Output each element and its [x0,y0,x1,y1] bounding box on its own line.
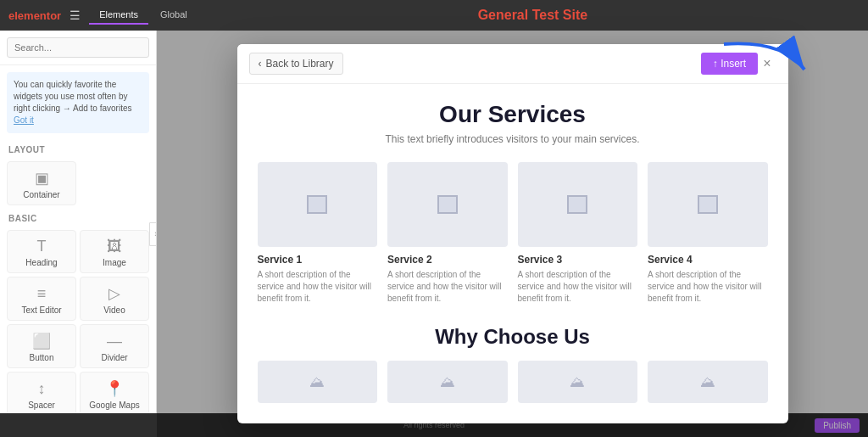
why-placeholder-icon-1: ⛰ [309,373,325,391]
text-editor-icon: ≡ [37,285,47,303]
sidebar-item-label: Text Editor [21,305,61,315]
search-input[interactable] [7,37,149,58]
modal-dialog: ‹ Back to Library ↑ Insert × Our Service… [237,44,788,423]
sidebar-item-label: Google Maps [89,401,139,410]
service-card-3: ⛰ Service 3 A short description of the s… [518,162,638,305]
sidebar-item-label: Video [103,305,125,315]
sidebar-item-image[interactable]: 🖼 Image [80,230,149,273]
service-card-name-3: Service 3 [518,254,638,266]
sidebar-search-area [0,31,156,65]
service-card-4: ⛰ Service 4 A short description of the s… [648,162,768,305]
image-placeholder-icon-3: ⛰ [569,195,586,215]
back-to-library-button[interactable]: ‹ Back to Library [249,53,343,75]
info-box-text: You can quickly favorite the widgets you… [14,80,132,113]
sidebar-item-label: Image [103,258,126,267]
service-card-image-3: ⛰ [518,162,638,247]
sidebar-item-label: Spacer [28,401,55,410]
service-card-image-1: ⛰ [258,162,378,247]
modal-topbar: ‹ Back to Library ↑ Insert × [237,44,788,84]
sidebar: You can quickly favorite the widgets you… [0,31,157,437]
sidebar-item-heading[interactable]: T Heading [7,230,76,273]
top-tabs: Elements Global [89,6,198,25]
spacer-icon: ↕ [38,380,46,398]
chevron-left-icon: ‹ [259,58,262,70]
service-card-image-2: ⛰ [387,162,508,247]
blue-arrow [715,36,817,90]
hamburger-icon[interactable]: ☰ [70,8,81,22]
why-card-2: ⛰ [387,361,508,403]
service-card-name-2: Service 2 [387,254,508,266]
info-box-link[interactable]: Got it [14,115,34,125]
service-card-desc-3: A short description of the service and h… [518,269,638,305]
sidebar-item-container[interactable]: ▣ Container [7,161,76,205]
image-icon: 🖼 [107,238,122,255]
sidebar-item-google-maps[interactable]: 📍 Google Maps [80,372,149,416]
sidebar-item-button[interactable]: ⬜ Button [7,324,76,368]
modal-overlay: ‹ Back to Library ↑ Insert × Our Service… [157,31,868,437]
sidebar-item-label: Button [30,353,54,362]
section-subtitle: This text briefly introduces visitors to… [258,133,768,145]
service-card-name-4: Service 4 [648,254,768,266]
sidebar-item-label: Divider [101,353,127,362]
why-choose-us-section: Why Choose Us ⛰ ⛰ ⛰ ⛰ [258,325,768,403]
sidebar-basic-grid: T Heading 🖼 Image ≡ Text Editor ▷ Video … [0,227,156,437]
section-title: Our Services [258,101,768,128]
service-card-desc-2: A short description of the service and h… [387,269,508,305]
sidebar-toggle[interactable]: › [149,222,157,246]
service-card-desc-1: A short description of the service and h… [258,269,378,305]
divider-icon: — [107,333,122,350]
google-maps-icon: 📍 [105,379,124,398]
editor-background: elementor ☰ Elements Global General Test… [0,0,868,437]
why-placeholder-icon-4: ⛰ [700,373,715,391]
sidebar-item-label: Heading [25,258,57,267]
video-icon: ▷ [108,284,120,303]
service-card-desc-4: A short description of the service and h… [648,269,768,305]
site-title: General Test Site [206,8,860,23]
sidebar-item-divider[interactable]: — Divider [80,324,149,368]
sidebar-layout-grid: ▣ Container [0,158,156,209]
modal-content: Our Services This text briefly introduce… [237,84,788,423]
sidebar-item-text-editor[interactable]: ≡ Text Editor [7,277,76,321]
service-card-2: ⛰ Service 2 A short description of the s… [387,162,508,305]
sidebar-info-box: You can quickly favorite the widgets you… [7,72,149,133]
service-card-name-1: Service 1 [258,254,378,266]
top-bar: elementor ☰ Elements Global General Test… [0,0,868,31]
container-icon: ▣ [35,169,49,188]
image-placeholder-icon-4: ⛰ [699,195,716,215]
our-services-section: Our Services This text briefly introduce… [258,101,768,305]
service-card-image-4: ⛰ [648,162,768,247]
back-button-label: Back to Library [266,58,334,70]
sidebar-item-spacer[interactable]: ↕ Spacer [7,372,76,416]
heading-icon: T [37,238,47,255]
image-placeholder-icon-1: ⛰ [309,195,326,215]
why-card-1: ⛰ [258,361,378,403]
sidebar-item-video[interactable]: ▷ Video [80,277,149,321]
basic-section-label: Basic [0,209,156,227]
why-placeholder-icon-2: ⛰ [440,373,455,391]
button-icon: ⬜ [32,332,51,350]
service-card-1: ⛰ Service 1 A short description of the s… [258,162,378,305]
why-section-title: Why Choose Us [258,325,768,349]
why-card-3: ⛰ [518,361,638,403]
tab-elements[interactable]: Elements [89,6,148,25]
tab-global[interactable]: Global [150,6,198,25]
image-placeholder-icon-2: ⛰ [439,195,456,215]
layout-section-label: Layout [0,140,156,158]
sidebar-item-label: Container [23,190,59,199]
why-card-4: ⛰ [648,361,768,403]
elementor-logo: elementor [8,9,61,22]
services-grid: ⛰ Service 1 A short description of the s… [258,162,768,305]
why-grid: ⛰ ⛰ ⛰ ⛰ [258,361,768,403]
why-placeholder-icon-3: ⛰ [570,373,585,391]
